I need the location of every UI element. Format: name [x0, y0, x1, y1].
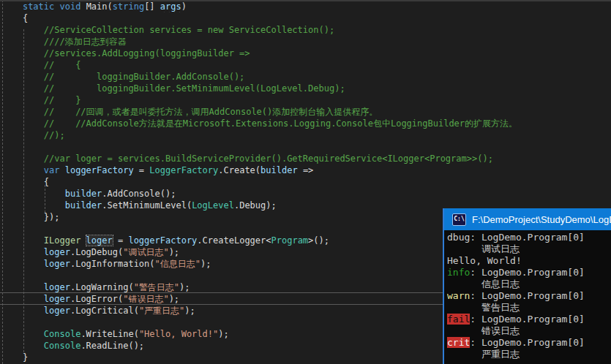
code-line: {: [1, 12, 611, 24]
code-line: // loggingBuilder.SetMinimumLevel(LogLev…: [1, 83, 611, 94]
console-line: 严重日志: [447, 349, 611, 360]
console-line: info: LogDemo.Program[0]: [447, 267, 611, 278]
console-title: F:\DemoProject\StudyDemo\LogDe: [472, 214, 611, 225]
code-line: // //回调，或者是叫委托方法，调用AddConsole()添加控制台输入提供…: [1, 106, 611, 118]
console-line: crit: LogDemo.Program[0]: [447, 337, 611, 349]
code-line: static void Main(string[] args): [1, 1, 611, 12]
console-window[interactable]: C:\ F:\DemoProject\StudyDemo\LogDe dbug:…: [443, 208, 611, 364]
editor-top-divider: [0, 0, 611, 1]
console-line: 警告日志: [447, 302, 611, 314]
code-line: var loggerFactory = LoggerFactory.Create…: [1, 164, 611, 176]
code-line: // //AddConsole方法就是在Microsoft.Extensions…: [1, 118, 611, 129]
code-line: //);: [1, 129, 611, 141]
code-line: // loggingBuilder.AddConsole();: [1, 71, 611, 83]
code-line: //var loger = services.BuildServiceProvi…: [1, 153, 611, 164]
console-titlebar[interactable]: C:\ F:\DemoProject\StudyDemo\LogDe: [444, 208, 611, 230]
console-line: fail: LogDemo.Program[0]: [447, 314, 611, 325]
console-line: warn: LogDemo.Program[0]: [447, 290, 611, 302]
code-line: // {: [1, 59, 611, 71]
console-line: Hello, World!: [447, 255, 611, 267]
cmd-icon-label: C:\: [454, 216, 464, 222]
code-line: [1, 141, 611, 153]
console-line: 调试日志: [447, 243, 611, 255]
code-line: {: [1, 176, 611, 188]
console-line: 错误日志: [447, 325, 611, 337]
code-line: //ServiceCollection services = new Servi…: [1, 24, 611, 36]
console-output[interactable]: dbug: LogDemo.Program[0] 调试日志Hello, Worl…: [444, 230, 611, 360]
code-line: ////添加日志到容器: [1, 36, 611, 48]
console-line: dbug: LogDemo.Program[0]: [447, 232, 611, 243]
code-line: //services.AddLogging(loggingBuilder =>: [1, 48, 611, 59]
console-line: 信息日志: [447, 278, 611, 290]
code-line: builder.AddConsole();: [1, 188, 611, 200]
cmd-icon: C:\: [452, 213, 466, 226]
code-line: // }: [1, 94, 611, 106]
